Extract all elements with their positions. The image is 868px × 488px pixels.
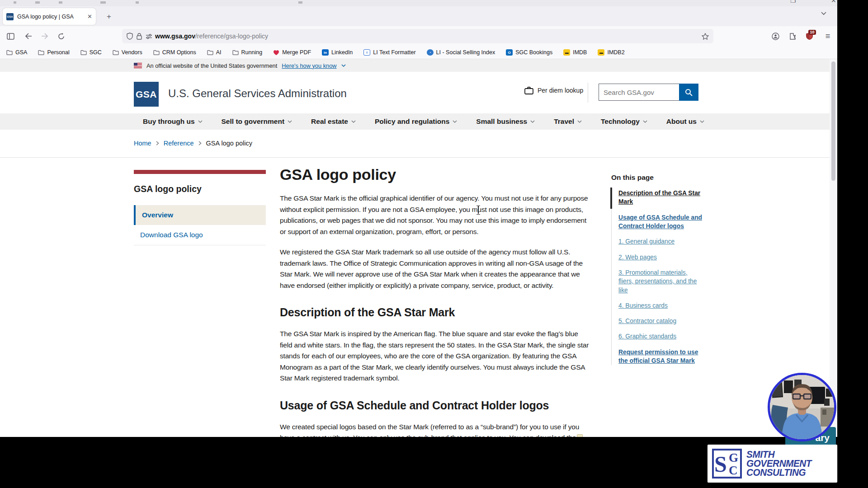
search-input[interactable]: [599, 84, 679, 101]
titlebar-fragment: [298, 1, 302, 4]
sgc-watermark: S G C SMITH GOVERNMENT CONSULTING: [708, 445, 837, 483]
monogram-g: G: [729, 452, 738, 464]
nav-small-business[interactable]: Small business: [476, 117, 535, 126]
nav-technology[interactable]: Technology: [601, 117, 647, 126]
paragraph-description: The GSA Star Mark is inspired by the Ame…: [280, 328, 592, 384]
window-close-button[interactable]: ✕: [831, 0, 836, 4]
us-flag-icon: [134, 63, 142, 68]
nav-sell-to-government[interactable]: Sell to government: [222, 117, 292, 126]
bookmark-folder-crm-options[interactable]: CRM Options: [153, 49, 196, 56]
firefox-view-icon[interactable]: [4, 29, 17, 43]
url-text[interactable]: www.gsa.gov/reference/gsa-logo-policy: [155, 33, 702, 40]
heading-usage: Usage of GSA Schedule and Contract Holde…: [280, 399, 592, 412]
monogram-s: S: [714, 453, 727, 475]
adblock-shield-icon[interactable]: 10: [802, 29, 816, 43]
screen: ❐ ✕ GSA GSA logo policy | GSA ✕ +: [0, 0, 868, 488]
url-bar[interactable]: www.gsa.gov/reference/gsa-logo-policy: [122, 29, 713, 43]
menu-hamburger-icon[interactable]: ≡: [821, 29, 835, 43]
nav-buy-through-us[interactable]: Buy through us: [143, 117, 203, 126]
sidenav-title: GSA logo policy: [134, 184, 266, 194]
nav-policy-and-regulations[interactable]: Policy and regulations: [375, 117, 457, 126]
imdb-icon: ▬: [563, 49, 570, 56]
reload-button[interactable]: [54, 29, 68, 43]
nav-real-estate[interactable]: Real estate: [311, 117, 356, 126]
search-button[interactable]: [679, 84, 698, 101]
chevron-down-icon: [288, 120, 292, 123]
bookmark-imdb[interactable]: ▬IMDB: [563, 49, 587, 56]
extensions-puzzle-icon[interactable]: [786, 29, 799, 43]
back-button[interactable]: [22, 29, 35, 43]
otp-link-business-cards[interactable]: 4. Business cards: [618, 301, 704, 310]
article: GSA logo policy The GSA Star Mark is the…: [280, 166, 592, 437]
usa-gov-banner: An official website of the United States…: [0, 59, 837, 72]
bookmark-folder-running[interactable]: Running: [232, 49, 263, 56]
sgc-company-name: SMITH GOVERNMENT CONSULTING: [746, 450, 811, 477]
breadcrumb-bar: Home Reference GSA logo policy: [0, 130, 837, 158]
bookmark-folder-gsa[interactable]: GSA: [6, 49, 27, 56]
otp-link-description[interactable]: Description of the GSA Star Mark: [618, 189, 704, 206]
gsa-logo[interactable]: GSA: [134, 82, 159, 107]
sgc-monogram: S G C: [712, 449, 742, 479]
browser-tab[interactable]: GSA GSA logo policy | GSA ✕: [3, 8, 96, 25]
url-domain: www.gsa.gov: [155, 33, 195, 40]
sidenav-accent-bar: [134, 170, 266, 174]
bookmark-linkedin[interactable]: inLinkedIn: [322, 49, 353, 56]
monogram-c: C: [729, 465, 738, 477]
breadcrumb: Home Reference GSA logo policy: [134, 140, 252, 147]
bookmark-imdb2[interactable]: ▬IMDB2: [598, 49, 624, 56]
window-restore-button[interactable]: ❐: [790, 0, 796, 4]
per-diem-lookup-link[interactable]: Per diem lookup: [524, 86, 583, 94]
on-this-page-title: On this page: [611, 174, 704, 182]
sidenav-item-overview[interactable]: Overview: [134, 205, 266, 225]
bookmark-li-ssi[interactable]: ◔LI - Social Selling Index: [427, 49, 495, 56]
otp-link-web-pages[interactable]: 2. Web pages: [618, 253, 704, 262]
otp-link-usage[interactable]: Usage of GSA Schedule and Contract Holde…: [618, 213, 704, 231]
new-tab-button[interactable]: +: [103, 11, 115, 23]
tab-title: GSA logo policy | GSA: [17, 14, 85, 20]
breadcrumb-home[interactable]: Home: [134, 140, 151, 147]
titlebar-fragment: [100, 1, 106, 4]
chevron-down-icon: [341, 64, 346, 67]
forward-button[interactable]: [38, 29, 52, 43]
breadcrumb-reference[interactable]: Reference: [164, 140, 194, 147]
extension-badge: 10: [808, 30, 816, 35]
bookmark-merge-pdf[interactable]: Merge PDF: [273, 49, 311, 56]
scrollbar-thumb[interactable]: [831, 61, 835, 181]
tab-favicon: GSA: [6, 13, 14, 20]
permissions-icon[interactable]: [146, 33, 152, 39]
otp-link-contractor-catalog[interactable]: 5. Contractor catalog: [618, 317, 704, 325]
url-path: /reference/gsa-logo-policy: [195, 33, 268, 40]
outlook-icon: O: [506, 49, 513, 56]
bookmark-sgc-bookings[interactable]: OSGC Bookings: [506, 49, 552, 56]
page-scrollbar[interactable]: [830, 59, 837, 437]
account-icon[interactable]: [769, 29, 782, 43]
bookmark-li-text-formatter[interactable]: ≡LI Text Formatter: [363, 49, 415, 56]
side-nav: GSA logo policy Overview Download GSA lo…: [134, 170, 266, 245]
nav-about-us[interactable]: About us: [666, 117, 704, 126]
site-search: [599, 84, 698, 101]
sidenav-item-download-gsa-logo[interactable]: Download GSA logo: [134, 225, 266, 245]
paragraph-usage: We created special logos based on the St…: [280, 422, 592, 437]
tab-overflow-chevron-icon[interactable]: [821, 12, 826, 15]
bookmark-folder-vendors[interactable]: Vendors: [113, 49, 142, 56]
otp-link-general-guidance[interactable]: 1. General guidance: [618, 237, 704, 246]
bookmark-folder-personal[interactable]: Personal: [38, 49, 69, 56]
bookmark-star-icon[interactable]: [702, 33, 709, 40]
bookmark-folder-ai[interactable]: AI: [207, 49, 222, 56]
nav-travel[interactable]: Travel: [554, 117, 582, 126]
lock-icon[interactable]: [137, 33, 142, 40]
breadcrumb-current: GSA logo policy: [206, 140, 252, 147]
titlebar-fragment: [35, 1, 40, 4]
otp-link-request-permission[interactable]: Request permission to use the official G…: [618, 348, 704, 366]
tab-close-icon[interactable]: ✕: [87, 13, 92, 20]
browser-window: ❐ ✕ GSA GSA logo policy | GSA ✕ +: [0, 0, 837, 437]
bookmarks-bar: GSA Personal SGC Vendors CRM Options AI …: [0, 46, 837, 59]
tracking-shield-icon[interactable]: [127, 33, 133, 40]
site-header: GSA U.S. General Services Administration…: [0, 72, 837, 113]
otp-link-promotional-materials[interactable]: 3. Promotional materials, fliers, presen…: [618, 268, 704, 295]
otp-link-graphic-standards[interactable]: 6. Graphic standards: [618, 332, 704, 341]
globe-icon: ◔: [427, 49, 434, 56]
heading-description: Description of the GSA Star Mark: [280, 306, 592, 319]
bookmark-folder-sgc[interactable]: SGC: [80, 49, 102, 56]
banner-how-link[interactable]: Here's how you know: [282, 62, 336, 69]
